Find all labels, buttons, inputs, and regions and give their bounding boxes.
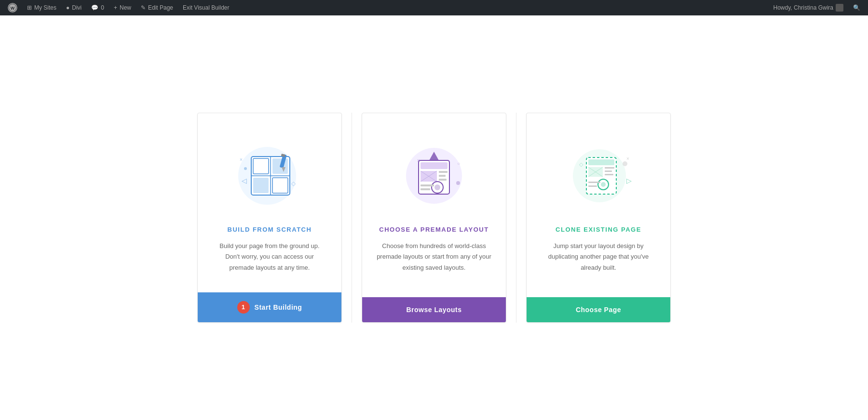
card-body-2: × ○ [362,113,506,297]
choose-page-label: Choose Page [576,306,621,314]
svg-rect-24 [420,162,448,169]
svg-rect-14 [272,178,288,193]
card-body-3: ◇ ▷ × [527,113,670,297]
search-icon: 🔍 [853,4,860,11]
svg-text:▷: ▷ [626,177,632,184]
new-button[interactable]: + New [110,0,135,15]
svg-point-36 [623,161,627,166]
exit-builder-label: Exit Visual Builder [183,4,230,11]
edit-page-label: Edit Page [148,4,173,11]
my-sites-icon: ⊞ [27,4,32,11]
card-choose-premade-layout: × ○ [362,113,506,322]
svg-text:×: × [240,157,243,162]
svg-point-20 [456,181,460,185]
svg-text:◇: ◇ [579,161,583,167]
svg-rect-30 [439,179,447,181]
search-button[interactable]: 🔍 [849,0,864,15]
start-building-label: Start Building [255,303,302,311]
svg-point-49 [601,182,606,187]
svg-text:◇: ◇ [291,180,296,187]
card-illustration-2: × ○ [391,128,477,214]
browse-layouts-label: Browse Layouts [406,306,461,314]
svg-point-32 [434,184,440,190]
card-footer-2: Browse Layouts [362,297,506,322]
card-desc-1: Build your page from the ground up. Don'… [212,241,327,273]
browse-layouts-button[interactable]: Browse Layouts [362,297,506,322]
svg-rect-28 [439,171,448,173]
svg-rect-11 [253,158,269,174]
svg-rect-47 [605,174,613,175]
svg-rect-41 [588,159,614,165]
card-divider-1 [352,113,352,322]
card-build-from-scratch: ◇ × ◁ [197,113,342,322]
step-badge-1: 1 [237,301,250,314]
card-title-1: BUILD FROM SCRATCH [228,226,312,233]
svg-rect-51 [588,185,597,187]
comments-icon: 💬 [91,4,98,11]
user-greeting[interactable]: Howdy, Christina Gwira [770,0,847,15]
wp-logo-button[interactable]: W [4,0,21,15]
main-content: ◇ × ◁ [0,15,868,420]
divi-button[interactable]: ● Divi [62,0,85,15]
user-greeting-text: Howdy, Christina Gwira [773,4,833,11]
cards-container: ◇ × ◁ [169,113,699,322]
choose-page-button[interactable]: Choose Page [527,297,670,322]
svg-text:◁: ◁ [242,177,247,184]
new-icon: + [114,4,117,11]
svg-text:W: W [11,6,15,11]
card-divider-2 [516,113,516,322]
admin-bar: W ⊞ My Sites ● Divi 💬 0 + New ✎ Edit Pag… [0,0,868,15]
avatar [836,4,843,12]
svg-rect-45 [605,167,614,169]
my-sites-label: My Sites [34,4,56,11]
edit-page-icon: ✎ [141,4,146,11]
svg-point-4 [244,167,247,170]
card-title-2: CHOOSE A PREMADE LAYOUT [379,226,488,233]
comments-count: 0 [101,4,104,11]
divi-icon: ● [66,4,69,11]
card-footer-3: Choose Page [527,297,670,322]
card-illustration-3: ◇ ▷ × [555,128,642,214]
card-desc-2: Choose from hundreds of world-class prem… [377,241,491,273]
new-label: New [120,4,131,11]
svg-rect-13 [253,178,269,193]
svg-text:×: × [626,156,629,161]
my-sites-button[interactable]: ⊞ My Sites [23,0,60,15]
exit-visual-builder-button[interactable]: Exit Visual Builder [179,0,233,15]
card-body-1: ◇ × ◁ [198,113,341,292]
svg-rect-33 [420,184,434,186]
card-footer-1: 1 Start Building [198,292,341,322]
card-illustration-1: ◇ × ◁ [226,128,313,214]
card-clone-existing-page: ◇ ▷ × [526,113,671,322]
card-title-3: CLONE EXISTING PAGE [556,226,641,233]
card-desc-3: Jump start your layout design by duplica… [541,241,656,273]
admin-bar-right: Howdy, Christina Gwira 🔍 [770,0,864,15]
edit-page-button[interactable]: ✎ Edit Page [137,0,177,15]
svg-text:○: ○ [457,161,460,166]
svg-rect-34 [420,188,430,190]
start-building-button[interactable]: 1 Start Building [198,292,341,322]
comments-button[interactable]: 💬 0 [87,0,108,15]
svg-rect-29 [439,175,446,177]
divi-label: Divi [72,4,81,11]
svg-rect-46 [605,171,612,172]
svg-rect-50 [588,182,600,183]
